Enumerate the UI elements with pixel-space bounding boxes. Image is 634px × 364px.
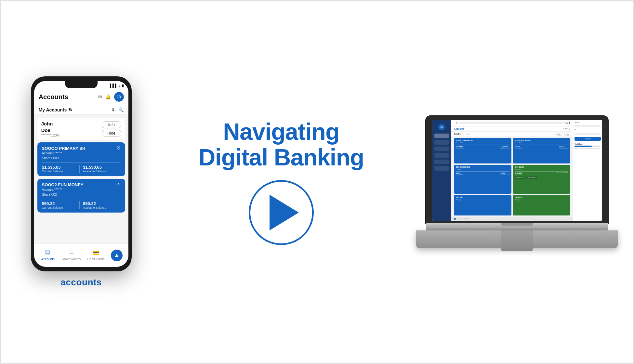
phone-bottom-label: accounts [60, 277, 102, 288]
payment-details-btn: Payment Details [515, 176, 525, 179]
laptop-card-2nd-mtg: 2ND MTG Mortgage [454, 195, 511, 215]
laptop-card1-balances: $50.22 Current Balance $50.22 Available … [515, 145, 568, 149]
favorite-icon-2[interactable]: ♡ [116, 182, 121, 187]
available-balance-amount: $1,530.65 [83, 165, 121, 170]
avatar[interactable]: JD [114, 92, 124, 102]
laptop-card3-balances: $1,474.62 Loan Balance Due Date: 02-09-2… [515, 171, 568, 176]
user-name-line1: John Doe [41, 121, 59, 133]
sidebar-item-4 [434, 160, 449, 164]
card-balances: $1,535.65 Current Balance $1,530.65 Avai… [42, 162, 121, 173]
battery-icon: ▮ [122, 84, 124, 88]
hide-button[interactable]: Hide [102, 130, 121, 137]
phone-content: John Doe *******1234 Info Hide SOOOO PRI… [34, 115, 128, 243]
credit-score-fill [575, 146, 592, 147]
header-icons: ✉ 🔔 JD [98, 92, 124, 102]
search-icon[interactable]: 🔍 [118, 107, 124, 112]
nav-accounts[interactable]: 🏛 Accounts [40, 250, 56, 261]
current-balance-amount: $1,535.65 [42, 165, 80, 170]
download-icon[interactable]: ⬇ [111, 107, 115, 112]
phone-device: ▐▐▐ ⌇ ▮ Accounts ✉ 🔔 JD My Accounts ↻ [31, 76, 132, 271]
user-action-buttons: Info Hide [102, 121, 121, 137]
loan-action-btns: Payment Details Make Payment [515, 176, 568, 179]
laptop-card0-balances: $1,535.65 Current Balance $1,530.65 Avai… [456, 145, 509, 149]
laptop-accounts-header: Accounts ↻ ⬇ 🔍 ⋮ [451, 126, 573, 132]
debit-card-icon: 💳 [92, 250, 99, 257]
signal-icon: ▐▐▐ [109, 84, 116, 87]
laptop-card1-sub: Share 002 [515, 142, 568, 144]
card3-balance: $1,474.62 Loan Balance [515, 172, 522, 176]
card3-due: Due Date: 02-09-2024 [557, 172, 569, 176]
available-balance-label: Available Balance [83, 170, 121, 173]
card2-available: $0.00 Available Balance [501, 172, 510, 176]
laptop-screen-bezel: U1 ⬅ ⬆ ⬇ ⚙ 🔔 👤 [426, 116, 608, 223]
memo-input-mock [575, 133, 601, 135]
laptop-card5-sub: Mortgage [515, 199, 568, 201]
mail-icon[interactable]: ✉ [98, 94, 102, 99]
laptop-screen: U1 ⬅ ⬆ ⬇ ⚙ 🔔 👤 [432, 120, 602, 221]
phone-title: Accounts [39, 93, 68, 101]
account-card-primary: SOOOO PRIMARY SH ♡ Account ****** Share … [37, 142, 125, 176]
laptop-sidebar: U1 [432, 120, 451, 221]
accounts-icon: 🏛 [45, 250, 51, 257]
user-info-row: John Doe *******1234 Info Hide [37, 118, 125, 140]
center-section: Navigating Digital Banking [187, 119, 376, 245]
status-dot [454, 218, 456, 220]
card0-available: $1,530.65 Available Balance [501, 146, 510, 149]
laptop-card-buick: 2015 BUICK Auto Loan $1,474.62 Loan Bala… [513, 165, 570, 194]
current-balance-col: $1,535.65 Current Balance [42, 165, 80, 173]
card-title-fun: SOOO2 FUN MONEY ♡ [42, 182, 121, 187]
card2-sub1: Account ****** [42, 188, 121, 191]
card2-current-col: $50.22 Current Balance [42, 201, 80, 209]
laptop-card0-sub: Share 0000 [456, 142, 509, 144]
favorite-icon[interactable]: ♡ [116, 146, 121, 151]
nav-move-money[interactable]: ↔ Move Money [62, 250, 81, 261]
refresh-icon[interactable]: ↻ [69, 107, 73, 112]
right-memo-label: Memo [575, 129, 601, 131]
phone-mockup: ▐▐▐ ⌇ ▮ Accounts ✉ 🔔 JD My Accounts ↻ [26, 76, 137, 288]
logo-circle: U1 [438, 124, 445, 130]
bottom-bar-text: UnitedOne Credit Union [457, 218, 471, 220]
bell-icon[interactable]: 🔔 [105, 94, 111, 99]
move-money-icon: ↔ [69, 250, 75, 257]
card-sub2: Share 0000 [42, 156, 121, 160]
card-title-primary: SOOOO PRIMARY SH ♡ [42, 146, 121, 151]
card2-current-amount: $50.22 [42, 201, 80, 206]
phone-subheader: My Accounts ↻ ⬇ 🔍 [34, 105, 128, 115]
laptop-card-checking: SOOO CHECKING Checking $0.00 Current Bal… [454, 165, 511, 194]
nav-debit-cards[interactable]: 💳 Debit Cards [87, 250, 105, 261]
laptop-logo: U1 [437, 123, 446, 132]
main-heading: Navigating Digital Banking [198, 119, 364, 170]
sidebar-item-5 [434, 166, 449, 171]
laptop-ui: U1 ⬅ ⬆ ⬇ ⚙ 🔔 👤 [432, 120, 602, 221]
account-card-fun-money: SOOO2 FUN MONEY ♡ Account ****** Share 0… [37, 179, 125, 213]
make-payment-btn: Make Payment [527, 176, 537, 179]
credit-score-desc: Click here to see how to improve your cr… [575, 148, 601, 149]
card1-balance: $50.22 Current Balance [515, 146, 523, 149]
card2-available-amount: $50.22 [83, 201, 121, 206]
card2-balance: $0.00 Current Balance [456, 172, 464, 176]
play-triangle-icon [270, 195, 299, 230]
card2-current-label: Current Balance [42, 206, 80, 209]
laptop-bottom-bar: UnitedOne Credit Union [451, 217, 573, 221]
laptop-breadcrumb: ⬅ ⬆ ⬇ [454, 122, 459, 124]
laptop-device: U1 ⬅ ⬆ ⬇ ⚙ 🔔 👤 [426, 116, 608, 248]
laptop-card4-sub: Mortgage [456, 199, 509, 201]
right-panel-amount-label: Amount [575, 121, 601, 123]
laptop-transfer-btn[interactable]: Transfer [575, 137, 601, 141]
sidebar-item-1 [434, 140, 449, 145]
credit-score-bar [575, 146, 601, 147]
laptop-mockup: U1 ⬅ ⬆ ⬇ ⚙ 🔔 👤 [426, 116, 608, 248]
scroll-up-button[interactable]: ▲ [111, 250, 123, 261]
credit-score-label: Credit Score [575, 143, 601, 145]
play-button[interactable] [249, 180, 314, 245]
user-account-mask: *******1234 [41, 133, 59, 137]
my-accounts-label: My Accounts ↻ [39, 107, 73, 112]
card0-balance: $1,535.65 Current Balance [456, 146, 464, 149]
laptop-user-row: John Doe **** 1234 Info Hide [451, 132, 573, 137]
user-name-block: John Doe *******1234 [41, 121, 59, 137]
card2-available-label: Available Balance [83, 206, 121, 209]
subheader-actions: ⬇ 🔍 [111, 107, 124, 112]
laptop-base [426, 223, 608, 230]
phone-header: Accounts ✉ 🔔 JD [34, 90, 128, 105]
info-button[interactable]: Info [102, 121, 121, 128]
